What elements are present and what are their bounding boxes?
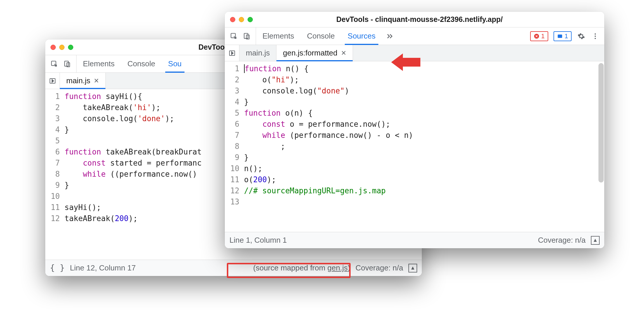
traffic-lights: [230, 17, 253, 22]
minimize-icon[interactable]: [239, 17, 244, 22]
close-icon[interactable]: ✕: [341, 49, 346, 57]
line-gutter: 1 2 3 4 5 6 7 8 9 10 11 12: [45, 89, 63, 260]
svg-rect-1: [65, 61, 68, 66]
line-gutter: 1 2 3 4 5 6 7 8 9 10 11 12 13: [225, 61, 242, 232]
main-toolbar: Elements Console Sources 1 1: [225, 27, 604, 45]
inspect-icon[interactable]: [229, 32, 238, 41]
error-count: 1: [541, 32, 545, 40]
annotation-arrow-icon: [391, 52, 420, 72]
panel-tabs: Elements Console Sou: [76, 55, 188, 72]
svg-rect-5: [244, 33, 248, 38]
file-tab-gen-js-formatted[interactable]: gen.js:formatted ✕: [276, 45, 353, 61]
navigator-toggle-icon[interactable]: [45, 73, 60, 89]
info-count: 1: [565, 32, 568, 40]
error-badge[interactable]: 1: [530, 31, 548, 41]
tab-console[interactable]: Console: [121, 55, 161, 72]
tab-console[interactable]: Console: [300, 27, 341, 45]
svg-point-10: [595, 35, 596, 37]
minimize-icon[interactable]: [59, 45, 65, 50]
info-badge[interactable]: 1: [554, 31, 572, 41]
navigator-toggle-icon[interactable]: [225, 45, 239, 61]
gear-icon[interactable]: [577, 32, 586, 41]
scrollbar[interactable]: [598, 63, 604, 183]
pretty-print-icon[interactable]: { }: [50, 263, 65, 273]
status-bar: Line 1, Column 1 Coverage: n/a ▲: [225, 232, 604, 248]
close-icon[interactable]: [230, 17, 235, 22]
file-tab-label: gen.js:formatted: [283, 48, 337, 58]
window-title: DevTools - clinquant-mousse-2f2396.netli…: [257, 15, 599, 24]
zoom-icon[interactable]: [68, 45, 73, 50]
annotation-highlight-box: [227, 263, 351, 278]
coverage-label: Coverage: n/a: [356, 263, 403, 272]
tab-elements[interactable]: Elements: [76, 55, 121, 72]
device-toggle-icon[interactable]: [242, 32, 251, 41]
code-editor[interactable]: 1 2 3 4 5 6 7 8 9 10 11 12 13 function n…: [225, 61, 604, 232]
svg-point-9: [595, 33, 596, 34]
svg-rect-8: [558, 34, 562, 38]
close-icon[interactable]: [51, 45, 56, 50]
panel-tabs: Elements Console Sources: [256, 27, 382, 45]
more-tabs-icon[interactable]: [382, 32, 398, 40]
file-tab-label: main.js: [66, 76, 90, 85]
device-toggle-icon[interactable]: [63, 60, 72, 68]
cursor-position: Line 12, Column 17: [70, 263, 136, 272]
file-tab-label: main.js: [246, 48, 270, 58]
code-content[interactable]: function n() { o("hi"); console.log("don…: [242, 61, 604, 232]
coverage-label: Coverage: n/a: [538, 236, 586, 245]
tab-sources[interactable]: Sources: [341, 27, 382, 45]
kebab-icon[interactable]: [591, 32, 600, 41]
file-tab-main-js[interactable]: main.js: [239, 45, 276, 61]
file-tab-main-js[interactable]: main.js ✕: [60, 73, 106, 89]
cursor-position: Line 1, Column 1: [229, 236, 287, 245]
devtools-window-front: DevTools - clinquant-mousse-2f2396.netli…: [225, 12, 604, 248]
expand-icon[interactable]: ▲: [591, 236, 600, 245]
titlebar: DevTools - clinquant-mousse-2f2396.netli…: [225, 12, 604, 27]
inspect-icon[interactable]: [50, 60, 59, 68]
zoom-icon[interactable]: [248, 17, 253, 22]
tab-elements[interactable]: Elements: [256, 27, 300, 45]
svg-point-11: [595, 38, 596, 39]
tab-sources[interactable]: Sou: [162, 55, 188, 72]
close-icon[interactable]: ✕: [94, 77, 99, 85]
traffic-lights: [51, 45, 73, 50]
expand-icon[interactable]: ▲: [408, 264, 417, 272]
